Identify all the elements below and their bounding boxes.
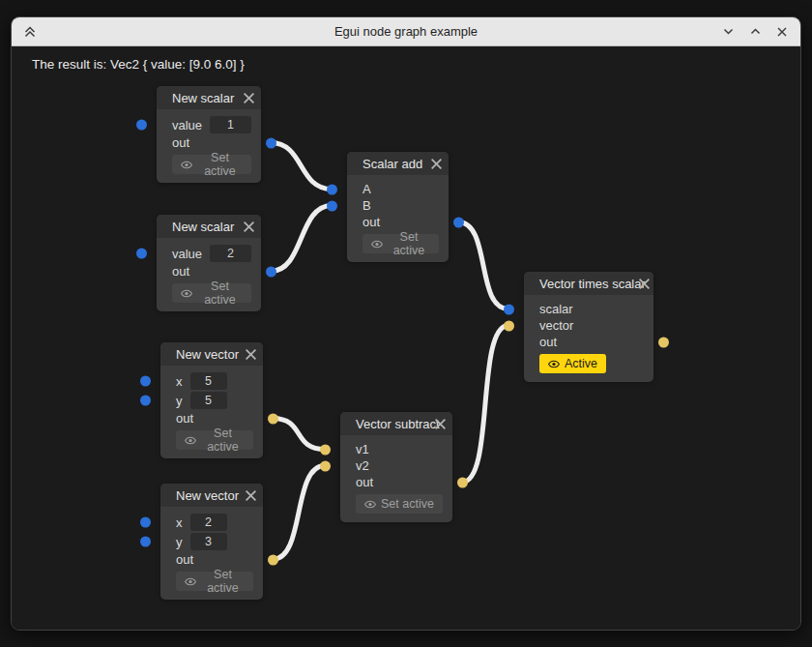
param-label: v1 <box>356 442 369 456</box>
node-title: Scalar add <box>362 157 422 171</box>
param-label: out <box>176 411 193 426</box>
node-new-vector-1[interactable]: New vector x 5 y 5 <box>160 342 263 458</box>
param-label: value <box>172 118 202 132</box>
close-node-button[interactable] <box>430 158 443 170</box>
value-drag-field[interactable]: 2 <box>190 514 227 531</box>
window-title: Egui node graph example <box>12 24 800 39</box>
eye-icon <box>364 500 376 509</box>
value-drag-field[interactable]: 2 <box>210 245 251 262</box>
param-label: vector <box>539 318 573 333</box>
node-vector-times-scalar[interactable]: Vector times scalar scalar vector <box>524 272 653 382</box>
param-label: v2 <box>356 458 369 473</box>
close-node-button[interactable] <box>434 418 447 430</box>
maximize-button[interactable] <box>744 21 766 43</box>
button-label: Set active <box>197 151 243 178</box>
input-port-scalar[interactable] <box>504 304 514 314</box>
node-title: New vector <box>176 347 239 362</box>
param-label: out <box>539 335 557 349</box>
param-label: scalar <box>539 302 573 316</box>
node-header[interactable]: Vector subtract <box>340 412 452 435</box>
input-port-a[interactable] <box>327 184 337 194</box>
param-label: out <box>176 552 193 567</box>
eye-icon <box>181 289 192 298</box>
close-icon <box>243 221 255 233</box>
node-title: New vector <box>176 488 239 503</box>
collapse-window-button[interactable] <box>19 21 41 43</box>
set-active-button[interactable]: Set active <box>362 234 439 253</box>
output-port-out[interactable] <box>266 137 276 148</box>
close-node-button[interactable] <box>245 489 257 502</box>
input-port-b[interactable] <box>327 200 337 211</box>
close-icon <box>245 489 257 502</box>
input-port-y[interactable] <box>140 396 151 406</box>
input-port-vector[interactable] <box>504 320 514 331</box>
button-label: Set active <box>201 568 245 595</box>
close-node-button[interactable] <box>638 278 651 290</box>
eye-icon <box>185 436 196 445</box>
node-new-vector-2[interactable]: New vector x 2 y 3 <box>160 484 263 600</box>
input-port-value[interactable] <box>136 120 147 131</box>
output-port-out[interactable] <box>457 477 468 487</box>
close-icon <box>776 26 788 38</box>
output-port-out[interactable] <box>268 413 278 424</box>
set-active-button[interactable]: Set active <box>356 494 443 514</box>
node-header[interactable]: Scalar add <box>347 152 449 175</box>
graph-canvas[interactable]: The result is: Vec2 { value: [9.0 6.0] }… <box>12 46 800 631</box>
value-drag-field[interactable]: 1 <box>210 116 251 133</box>
close-icon <box>245 348 257 361</box>
eye-icon <box>185 577 196 586</box>
value-drag-field[interactable]: 5 <box>190 392 227 409</box>
nodes-layer: New scalar value 1 out <box>12 46 800 631</box>
param-label: value <box>172 247 202 261</box>
button-label: Set active <box>381 497 434 511</box>
input-port-x[interactable] <box>140 376 151 387</box>
close-node-button[interactable] <box>245 348 257 361</box>
close-icon <box>430 158 443 170</box>
set-active-button[interactable]: Set active <box>172 283 251 303</box>
node-new-scalar-2[interactable]: New scalar value 2 out <box>157 215 261 311</box>
node-header[interactable]: Vector times scalar <box>524 272 653 295</box>
node-header[interactable]: New vector <box>160 484 263 507</box>
input-port-x[interactable] <box>140 517 151 528</box>
value-drag-field[interactable]: 3 <box>190 533 227 550</box>
set-active-button[interactable]: Set active <box>172 155 251 174</box>
close-icon <box>243 92 255 104</box>
node-header[interactable]: New scalar <box>157 86 261 109</box>
output-port-out[interactable] <box>268 554 278 565</box>
param-label: out <box>172 135 189 150</box>
eye-icon <box>371 240 383 249</box>
chevron-up-icon <box>749 25 762 38</box>
node-vector-subtract[interactable]: Vector subtract v1 v2 out <box>340 412 452 522</box>
window-titlebar: Egui node graph example <box>12 17 800 46</box>
output-port-out[interactable] <box>453 217 464 227</box>
input-port-value[interactable] <box>136 249 147 259</box>
button-label: Active <box>565 357 597 370</box>
node-new-scalar-1[interactable]: New scalar value 1 out <box>157 86 261 183</box>
param-label: y <box>176 394 183 408</box>
app-window: Egui node graph example The result is: V… <box>11 16 801 631</box>
minimize-button[interactable] <box>717 21 739 43</box>
value-drag-field[interactable]: 5 <box>190 372 227 390</box>
double-chevron-up-icon <box>23 25 37 39</box>
param-label: x <box>176 515 183 530</box>
set-active-button[interactable]: Set active <box>176 572 253 591</box>
param-label: out <box>362 215 380 229</box>
input-port-v1[interactable] <box>320 444 331 455</box>
param-label: out <box>356 475 373 489</box>
input-port-v2[interactable] <box>320 460 331 471</box>
output-port-out[interactable] <box>658 337 669 347</box>
input-port-y[interactable] <box>140 537 151 547</box>
node-header[interactable]: New vector <box>160 342 263 366</box>
param-label: B <box>362 198 371 213</box>
param-label: y <box>176 535 183 549</box>
node-header[interactable]: New scalar <box>157 215 261 238</box>
close-node-button[interactable] <box>243 221 255 233</box>
node-scalar-add[interactable]: Scalar add A B out <box>347 152 449 262</box>
close-node-button[interactable] <box>243 92 255 104</box>
active-button[interactable]: Active <box>539 354 606 373</box>
node-title: New scalar <box>172 220 234 234</box>
result-text: The result is: Vec2 { value: [9.0 6.0] } <box>32 57 245 72</box>
close-window-button[interactable] <box>771 21 793 43</box>
set-active-button[interactable]: Set active <box>176 430 253 450</box>
output-port-out[interactable] <box>266 266 276 277</box>
